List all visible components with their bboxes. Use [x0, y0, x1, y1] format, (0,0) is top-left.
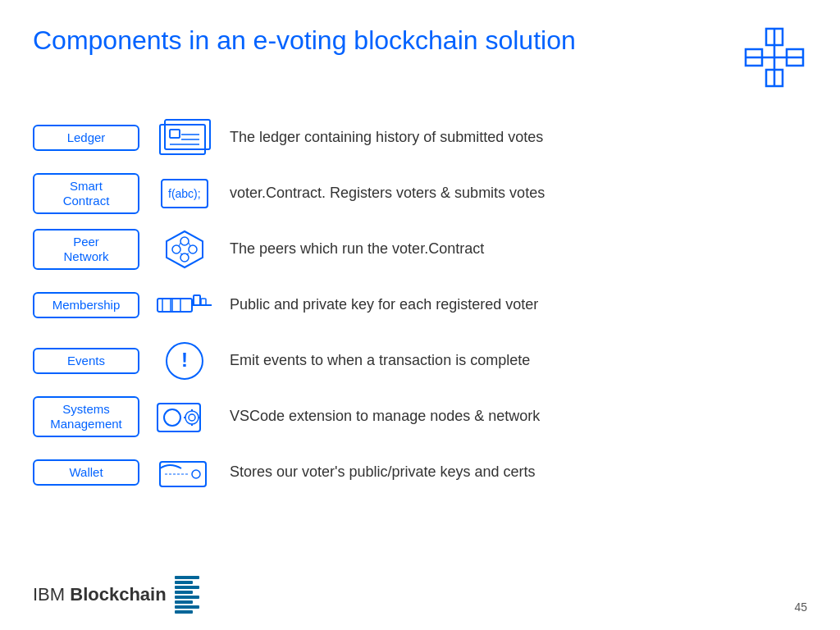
systems-management-icon	[156, 395, 213, 438]
svg-point-33	[164, 409, 180, 426]
peer-network-icon	[156, 228, 213, 271]
svg-point-34	[185, 411, 199, 424]
membership-description: Public and private key for each register…	[230, 295, 538, 314]
svg-point-41	[192, 470, 200, 478]
smart-contract-label: Smart Contract	[33, 173, 139, 214]
list-item: Peer Network The peers which run the vot…	[33, 225, 807, 274]
svg-rect-9	[170, 130, 180, 138]
svg-point-19	[180, 253, 189, 262]
page-title: Components in an e-voting blockchain sol…	[33, 25, 576, 56]
svg-rect-29	[201, 299, 206, 305]
list-item: Wallet Stores our voter's public/private…	[33, 448, 807, 497]
header: Components in an e-voting blockchain sol…	[33, 25, 807, 90]
list-item: Membership Public and private key for ea…	[33, 281, 807, 330]
list-item: Ledger The ledger containing history of …	[33, 113, 807, 162]
peer-network-description: The peers which run the voter.Contract	[230, 240, 484, 258]
svg-line-20	[179, 243, 180, 246]
content-list: Ledger The ledger containing history of …	[33, 113, 807, 497]
ledger-label: Ledger	[33, 125, 139, 151]
svg-text:f(abc);: f(abc);	[168, 187, 201, 200]
svg-text:!: !	[181, 349, 188, 371]
ibm-logo-icon	[175, 576, 199, 614]
svg-rect-27	[194, 295, 200, 305]
smart-contract-description: voter.Contract. Registers voters & submi…	[230, 184, 545, 203]
svg-line-21	[189, 243, 190, 246]
ibm-branding: IBM Blockchain	[33, 576, 199, 614]
wallet-icon	[156, 451, 213, 494]
page-container: Components in an e-voting blockchain sol…	[0, 0, 840, 630]
svg-point-35	[189, 414, 195, 421]
smart-contract-icon: f(abc);	[156, 172, 213, 215]
svg-point-16	[180, 237, 189, 245]
svg-point-17	[172, 245, 180, 253]
list-item: Systems Management VSCode extension to m…	[33, 392, 807, 441]
list-item: Smart Contract f(abc); voter.Contract. R…	[33, 169, 807, 218]
events-label: Events	[33, 348, 139, 374]
page-number: 45	[794, 600, 807, 614]
wallet-label: Wallet	[33, 459, 139, 486]
membership-icon	[156, 284, 213, 326]
wallet-description: Stores our voter's public/private keys a…	[230, 463, 536, 482]
systems-management-label: Systems Management	[33, 396, 139, 437]
svg-rect-25	[162, 299, 171, 312]
membership-label: Membership	[33, 292, 139, 318]
corner-decoration-icon	[742, 25, 807, 90]
list-item: Events ! Emit events to when a transacti…	[33, 336, 807, 386]
svg-point-18	[189, 245, 197, 253]
ledger-icon	[156, 116, 213, 159]
footer: IBM Blockchain 45	[33, 576, 807, 614]
systems-management-description: VSCode extension to manage nodes & netwo…	[230, 407, 540, 426]
peer-network-label: Peer Network	[33, 229, 139, 270]
ledger-description: The ledger containing history of submitt…	[230, 128, 543, 147]
svg-rect-26	[172, 299, 180, 312]
events-description: Emit events to when a transaction is com…	[230, 351, 530, 370]
ibm-label: IBM Blockchain	[33, 584, 167, 605]
events-icon: !	[156, 340, 213, 382]
svg-rect-8	[170, 130, 180, 138]
